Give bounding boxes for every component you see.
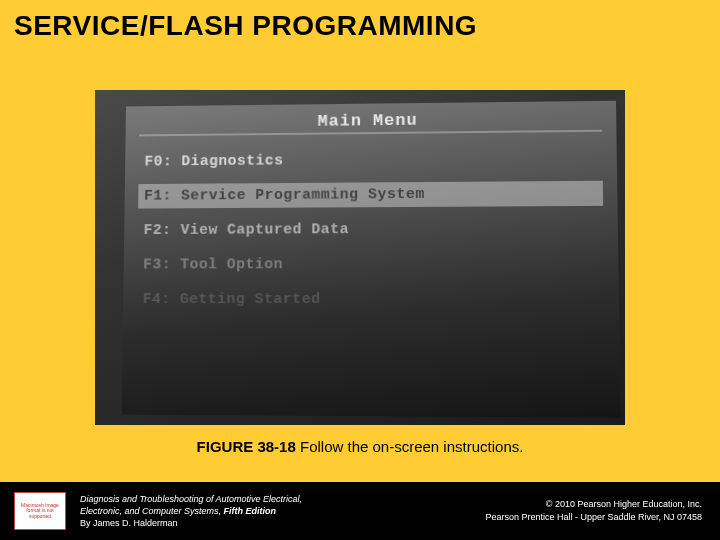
menu-item-f3: F3: Tool Option <box>137 251 604 277</box>
copyright-line2: Pearson Prentice Hall - Upper Saddle Riv… <box>485 511 702 524</box>
book-title-line1: Diagnosis and Troubleshooting of Automot… <box>80 494 302 504</box>
figure-number: FIGURE 38-18 <box>197 438 296 455</box>
figure-text: Follow the on-screen instructions. <box>296 438 524 455</box>
crt-screen: Main Menu F0: Diagnostics F1: Service Pr… <box>122 101 621 418</box>
thumbnail-text: Macintosh image format is not supported <box>18 503 62 520</box>
book-edition: Fifth Edition <box>221 506 276 516</box>
menu-header: Main Menu <box>139 109 602 133</box>
diagnostic-tool-photo: Main Menu F0: Diagnostics F1: Service Pr… <box>95 90 625 425</box>
copyright-block: © 2010 Pearson Higher Education, Inc. Pe… <box>485 498 702 523</box>
slide-title: SERVICE/FLASH PROGRAMMING <box>0 0 720 42</box>
menu-item-f4: F4: Getting Started <box>137 287 605 312</box>
menu-item-f0: F0: Diagnostics <box>139 146 603 175</box>
copyright-line1: © 2010 Pearson Higher Education, Inc. <box>485 498 702 511</box>
book-author: By James D. Halderman <box>80 517 302 529</box>
book-title-line2: Electronic, and Computer Systems, <box>80 506 221 516</box>
menu-item-f2: F2: View Captured Data <box>138 216 604 243</box>
book-citation: Diagnosis and Troubleshooting of Automot… <box>80 493 302 529</box>
menu-item-f1-selected: F1: Service Programming System <box>138 181 603 209</box>
figure-caption: FIGURE 38-18 Follow the on-screen instru… <box>0 438 720 455</box>
thumbnail-placeholder: Macintosh image format is not supported <box>14 492 66 530</box>
slide-footer: Macintosh image format is not supported … <box>0 482 720 540</box>
